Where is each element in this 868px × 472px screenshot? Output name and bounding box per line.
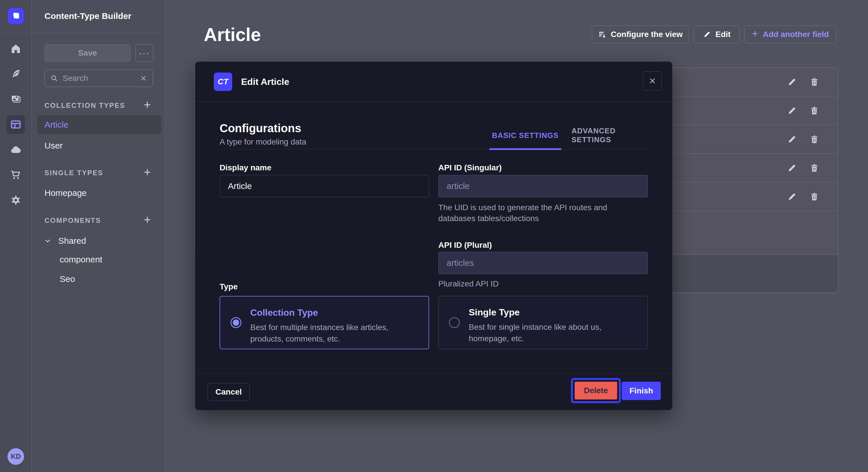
edit-pencil-icon[interactable] (787, 163, 797, 173)
content-type-badge: CT (214, 72, 232, 91)
cloud-icon[interactable] (7, 140, 25, 159)
sidebar-item-article-label: Article (44, 120, 68, 130)
single-type-option[interactable]: Single Type Best for single instance lik… (438, 296, 648, 349)
edit-pencil-icon[interactable] (787, 192, 797, 202)
marketplace-cart-icon[interactable] (7, 166, 25, 184)
delete-button[interactable]: Delete (575, 382, 617, 400)
content-type-builder-icon[interactable] (7, 115, 25, 134)
delete-trash-icon[interactable] (809, 77, 819, 87)
more-options-button[interactable]: ··· (135, 44, 153, 62)
edit-article-modal: CT Edit Article Configurations A type fo… (195, 62, 672, 410)
chevron-down-icon (43, 237, 52, 245)
radio-unselected-icon[interactable] (449, 317, 460, 328)
app-root: KD Content-Type Builder Save ··· Search … (0, 0, 868, 472)
save-button[interactable]: Save (44, 44, 131, 62)
nav-rail: KD (0, 0, 32, 472)
api-id-singular-help: The UID is used to generate the API rout… (438, 202, 639, 224)
search-placeholder: Search (63, 74, 135, 83)
sidebar-header: Content-Type Builder (32, 0, 165, 32)
tab-advanced-settings[interactable]: ADVANCED SETTINGS (571, 127, 639, 144)
sidebar-group-shared[interactable]: Shared (43, 236, 86, 246)
display-name-input[interactable] (220, 175, 429, 197)
sidebar-item-seo[interactable]: Seo (60, 274, 75, 284)
modal-footer: Cancel Delete Finish (195, 373, 672, 410)
edit-pencil-icon (703, 30, 711, 38)
cancel-button[interactable]: Cancel (208, 383, 250, 401)
single-type-description: Best for single instance like about us, … (469, 322, 641, 344)
search-clear-icon[interactable] (140, 74, 148, 82)
active-tab-indicator (489, 148, 561, 150)
sidebar-item-article[interactable]: Article (37, 115, 161, 134)
rail-header (0, 0, 32, 32)
sidebar-title: Content-Type Builder (44, 11, 131, 21)
configurations-title: Configurations (220, 122, 301, 135)
strapi-logo-icon[interactable] (8, 8, 24, 24)
collection-type-option[interactable]: Collection Type Best for multiple instan… (220, 296, 429, 349)
api-id-plural-label: API ID (Plural) (438, 241, 492, 250)
api-id-singular-input[interactable] (438, 175, 648, 197)
edit-label: Edit (716, 30, 731, 39)
edit-pencil-icon[interactable] (787, 77, 797, 87)
sidebar-item-component[interactable]: component (60, 255, 102, 264)
add-single-type-button[interactable]: + (142, 165, 153, 179)
modal-header: CT Edit Article (195, 62, 672, 102)
edit-pencil-icon[interactable] (787, 106, 797, 115)
search-icon (50, 74, 59, 82)
api-id-plural-help: Pluralized API ID (438, 278, 499, 289)
edit-pencil-icon[interactable] (787, 134, 797, 144)
configure-view-label: Configure the view (611, 30, 683, 39)
search-input[interactable]: Search (44, 70, 153, 87)
delete-trash-icon[interactable] (809, 192, 819, 202)
finish-button[interactable]: Finish (622, 382, 661, 400)
close-icon[interactable] (643, 71, 662, 90)
configure-view-button[interactable]: Configure the view (592, 26, 688, 43)
add-field-label: Add another field (763, 30, 829, 39)
tab-basic-settings[interactable]: BASIC SETTINGS (492, 131, 559, 140)
single-type-title: Single Type (469, 307, 520, 318)
api-id-singular-label: API ID (Singular) (438, 163, 502, 172)
collection-type-description: Best for multiple instances like article… (250, 322, 423, 345)
collection-types-heading: COLLECTION TYPES (44, 102, 125, 109)
display-name-label: Display name (220, 163, 272, 172)
page-title: Article (204, 24, 261, 45)
delete-trash-icon[interactable] (809, 163, 819, 173)
add-component-button[interactable]: + (142, 213, 153, 227)
modal-title: Edit Article (241, 76, 289, 87)
components-heading: COMPONENTS (44, 216, 101, 225)
sidebar: Content-Type Builder Save ··· Search COL… (32, 0, 165, 472)
radio-selected-icon[interactable] (230, 317, 241, 328)
delete-trash-icon[interactable] (809, 106, 819, 115)
plus-icon: + (752, 28, 758, 40)
user-avatar[interactable]: KD (7, 448, 24, 465)
sidebar-group-shared-label: Shared (58, 236, 86, 246)
sidebar-item-user[interactable]: User (44, 141, 63, 150)
add-another-field-button[interactable]: + Add another field (744, 26, 836, 43)
type-label: Type (220, 282, 238, 291)
edit-button[interactable]: Edit (694, 26, 740, 43)
add-collection-type-button[interactable]: + (142, 98, 153, 112)
home-icon[interactable] (7, 40, 25, 58)
api-id-plural-input[interactable] (438, 252, 648, 274)
sidebar-item-homepage[interactable]: Homepage (44, 188, 87, 198)
single-types-heading: SINGLE TYPES (44, 169, 103, 177)
content-manager-icon[interactable] (7, 65, 25, 83)
configure-view-icon (598, 30, 606, 39)
section-divider (220, 149, 648, 149)
settings-gear-icon[interactable] (7, 191, 25, 209)
delete-button-highlight-ring: Delete (571, 378, 621, 403)
collection-type-title: Collection Type (250, 307, 318, 318)
delete-trash-icon[interactable] (809, 134, 819, 144)
media-library-icon[interactable] (7, 90, 25, 108)
configurations-subtitle: A type for modeling data (220, 137, 306, 146)
